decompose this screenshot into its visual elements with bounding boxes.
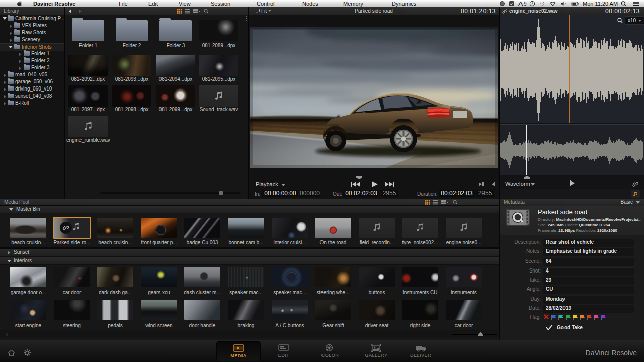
svg-text:9: 9 bbox=[524, 1, 527, 7]
svg-text:Mon 11:20 AM: Mon 11:20 AM bbox=[583, 1, 618, 7]
